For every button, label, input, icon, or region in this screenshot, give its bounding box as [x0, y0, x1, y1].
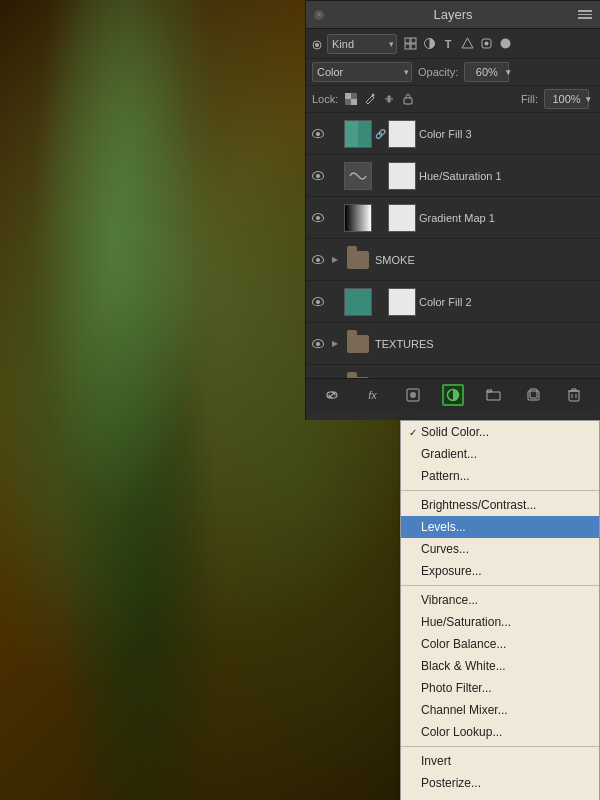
svg-rect-16 — [404, 98, 412, 104]
fill-select-wrapper[interactable]: 100% ▾ — [544, 89, 594, 109]
adjustment-circle-icon — [446, 388, 460, 402]
menu-item-gradient[interactable]: Gradient... — [401, 443, 599, 465]
layer-mask-thumbnail — [388, 288, 416, 316]
svg-point-9 — [484, 42, 488, 46]
layer-row[interactable]: 🔗 Color Fill 3 — [306, 113, 600, 155]
layer-fx-button[interactable]: fx — [361, 384, 383, 406]
layer-visibility-toggle[interactable] — [310, 168, 326, 184]
menu-item-label: Channel Mixer... — [421, 703, 508, 717]
smart-filter-icon[interactable] — [479, 37, 493, 51]
svg-point-15 — [372, 94, 375, 97]
svg-rect-11 — [345, 93, 351, 99]
layer-visibility-toggle[interactable] — [310, 126, 326, 142]
mask-icon — [406, 388, 420, 402]
opacity-label: Opacity: — [418, 66, 458, 78]
link-layers-button[interactable] — [321, 384, 343, 406]
type-filter-icon[interactable]: T — [441, 37, 455, 51]
menu-item-channel-mixer[interactable]: Channel Mixer... — [401, 699, 599, 721]
layer-row[interactable]: ▶ MAIN IMAGE — [306, 365, 600, 378]
lock-position-icon[interactable] — [382, 92, 396, 106]
new-adjustment-button[interactable] — [442, 384, 464, 406]
close-button[interactable]: × — [314, 10, 324, 20]
kind-select[interactable]: Kind — [327, 34, 397, 54]
menu-item-color-balance[interactable]: Color Balance... — [401, 633, 599, 655]
layer-name: Hue/Saturation 1 — [419, 170, 596, 182]
menu-separator — [401, 585, 599, 586]
layer-row[interactable]: ▶ TEXTURES — [306, 323, 600, 365]
eye-icon — [312, 171, 324, 180]
layer-row[interactable]: Color Fill 2 — [306, 281, 600, 323]
extra-filter-icon[interactable] — [498, 37, 512, 51]
delete-layer-button[interactable] — [563, 384, 585, 406]
menu-item-pattern[interactable]: Pattern... — [401, 465, 599, 487]
menu-item-label: Exposure... — [421, 564, 482, 578]
panel-toolbar: fx — [306, 378, 600, 410]
menu-item-label: Black & White... — [421, 659, 506, 673]
photo-tint — [0, 0, 285, 800]
mode-select-wrapper[interactable]: Color Normal Multiply Screen — [312, 62, 412, 82]
menu-item-photo-filter[interactable]: Photo Filter... — [401, 677, 599, 699]
menu-item-label: Vibrance... — [421, 593, 478, 607]
menu-item-label: Solid Color... — [421, 425, 489, 439]
layer-expand-icon[interactable] — [329, 128, 341, 140]
kind-icons: T — [403, 37, 512, 51]
layer-visibility-toggle[interactable] — [310, 252, 326, 268]
new-layer-button[interactable] — [523, 384, 545, 406]
fill-label: Fill: — [521, 93, 538, 105]
menu-item-brightness-contrast[interactable]: Brightness/Contrast... — [401, 494, 599, 516]
svg-point-18 — [410, 392, 416, 398]
layer-row[interactable]: Gradient Map 1 — [306, 197, 600, 239]
menu-item-hue-saturation[interactable]: Hue/Saturation... — [401, 611, 599, 633]
add-mask-button[interactable] — [402, 384, 424, 406]
layer-visibility-toggle[interactable] — [310, 210, 326, 226]
layer-visibility-toggle[interactable] — [310, 336, 326, 352]
new-group-button[interactable] — [482, 384, 504, 406]
menu-item-solid-color[interactable]: ✓ Solid Color... — [401, 421, 599, 443]
menu-item-curves[interactable]: Curves... — [401, 538, 599, 560]
menu-item-color-lookup[interactable]: Color Lookup... — [401, 721, 599, 743]
menu-separator — [401, 490, 599, 491]
menu-item-threshold[interactable]: Threshold... — [401, 794, 599, 800]
layer-name: Color Fill 3 — [419, 128, 596, 140]
menu-item-vibrance[interactable]: Vibrance... — [401, 589, 599, 611]
layer-row[interactable]: Hue/Saturation 1 — [306, 155, 600, 197]
kind-select-wrapper[interactable]: Kind — [327, 34, 397, 54]
fill-input[interactable]: 100% — [544, 89, 589, 109]
adjustment-filter-icon[interactable] — [422, 37, 436, 51]
layer-row[interactable]: ▶ SMOKE — [306, 239, 600, 281]
menu-item-levels[interactable]: Levels... — [401, 516, 599, 538]
pixel-filter-icon[interactable] — [403, 37, 417, 51]
layer-expand-icon[interactable] — [329, 212, 341, 224]
layer-visibility-toggle[interactable] — [310, 294, 326, 310]
eye-icon — [312, 129, 324, 138]
mode-select[interactable]: Color Normal Multiply Screen — [312, 62, 412, 82]
link-icon — [325, 388, 339, 402]
layer-thumb-area — [344, 330, 372, 358]
shape-filter-icon[interactable] — [460, 37, 474, 51]
layer-expand-icon[interactable]: ▶ — [329, 338, 341, 350]
lock-icons — [344, 92, 415, 106]
svg-point-1 — [315, 43, 319, 47]
eye-icon — [312, 213, 324, 222]
layer-expand-icon[interactable] — [329, 170, 341, 182]
lock-label: Lock: — [312, 93, 338, 105]
lock-image-icon[interactable] — [363, 92, 377, 106]
lock-artboard-icon[interactable] — [401, 92, 415, 106]
menu-item-invert[interactable]: Invert — [401, 750, 599, 772]
menu-item-posterize[interactable]: Posterize... — [401, 772, 599, 794]
svg-point-10 — [500, 39, 510, 49]
trash-icon — [568, 388, 580, 402]
panel-menu-button[interactable] — [578, 10, 592, 19]
lock-transparency-icon[interactable] — [344, 92, 358, 106]
layer-expand-icon[interactable]: ▶ — [329, 254, 341, 266]
folder-new-icon — [486, 389, 501, 401]
menu-item-label: Posterize... — [421, 776, 481, 790]
eye-icon — [312, 297, 324, 306]
menu-item-exposure[interactable]: Exposure... — [401, 560, 599, 582]
opacity-select-wrapper[interactable]: 60% ▾ — [464, 62, 514, 82]
svg-rect-21 — [530, 389, 537, 398]
opacity-input[interactable]: 60% — [464, 62, 509, 82]
menu-item-black-white[interactable]: Black & White... — [401, 655, 599, 677]
layer-expand-icon[interactable] — [329, 296, 341, 308]
layers-panel: × Layers Kind T — [305, 0, 600, 420]
